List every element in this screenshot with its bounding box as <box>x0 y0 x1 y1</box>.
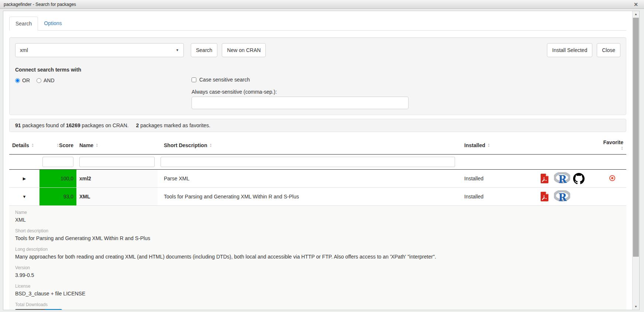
radio-or-label[interactable]: OR <box>22 77 30 83</box>
favorites-count: 2 <box>136 122 139 128</box>
scroll-down-icon[interactable]: ▼ <box>633 304 639 310</box>
column-header-short-description[interactable]: Short Description <box>158 136 458 155</box>
detail-label: Short description <box>15 228 620 234</box>
search-panel: xml ▼ Search New on CRAN Install Selecte… <box>9 37 626 115</box>
always-case-label: Always case-sensitive (comma-sep.): <box>192 89 620 95</box>
sort-icon <box>96 143 98 148</box>
table-row: ▶ 100,0 xml2 Parse XML Installed <box>9 170 626 188</box>
table-row: ▼ 93,0 XML Tools for Parsing and Generat… <box>9 188 626 206</box>
page: Search Options xml ▼ Search New on CRAN … <box>3 11 632 310</box>
sort-icon <box>488 143 490 148</box>
package-short-description: Parse XML <box>158 170 458 188</box>
column-header-name[interactable]: Name <box>76 136 158 155</box>
package-detail-row: Name XML Short description Tools for Par… <box>9 206 626 310</box>
detail-label: Long description <box>15 246 620 252</box>
case-sensitive-label[interactable]: Case sensitive search <box>199 77 250 83</box>
new-on-cran-button[interactable]: New on CRAN <box>222 43 266 57</box>
pdf-manual-icon[interactable] <box>541 174 548 183</box>
scrollbar-thumb[interactable] <box>633 18 639 257</box>
score-badge: 93,0 <box>39 188 76 205</box>
install-selected-button[interactable]: Install Selected <box>547 43 592 57</box>
installed-status: Installed <box>458 188 538 206</box>
close-icon[interactable]: ✕ <box>634 1 638 7</box>
score-badge: 100,0 <box>39 170 76 187</box>
title-bar: packagefinder - Search for packages ✕ <box>0 0 644 9</box>
filter-row <box>9 155 626 170</box>
close-button[interactable]: Close <box>597 43 620 57</box>
column-header-links <box>538 136 598 155</box>
column-header-favorite[interactable]: Favorite <box>598 136 626 155</box>
svg-text:R: R <box>558 174 567 185</box>
detail-label: Name <box>15 209 620 215</box>
header-row: Details Score Name Short Description Ins <box>9 136 626 155</box>
found-count: 91 <box>15 122 21 128</box>
detail-label: License <box>15 283 620 289</box>
radio-and[interactable] <box>37 78 41 83</box>
tab-options[interactable]: Options <box>38 17 68 31</box>
r-project-icon[interactable]: R <box>554 172 570 185</box>
detail-value: XML <box>15 216 620 223</box>
detail-value: 3.99-0.5 <box>15 271 620 279</box>
content-viewport: Search Options xml ▼ Search New on CRAN … <box>3 11 640 310</box>
detail-value: BSD_3_clause + file LICENSE <box>15 290 620 297</box>
detail-value: Tools for Parsing and Generating XML Wit… <box>15 235 620 242</box>
column-header-installed[interactable]: Installed <box>458 136 538 155</box>
connect-terms-group: Connect search terms with OR AND <box>15 67 192 109</box>
app-window: packagefinder - Search for packages ✕ Se… <box>0 0 644 312</box>
package-name: xml2 <box>76 170 158 188</box>
collapse-row-button[interactable]: ▼ <box>9 188 39 206</box>
installed-status: Installed <box>458 170 538 188</box>
connect-terms-label: Connect search terms with <box>15 67 192 73</box>
package-name: XML <box>76 188 158 206</box>
r-project-icon[interactable]: R <box>554 190 570 203</box>
total-count: 16269 <box>66 122 80 128</box>
scroll-up-icon[interactable]: ▲ <box>633 11 639 17</box>
tab-search[interactable]: Search <box>9 17 38 31</box>
vertical-scrollbar[interactable]: ▲ ▼ <box>632 11 639 310</box>
column-header-score[interactable]: Score <box>39 136 76 155</box>
sort-icon <box>209 143 212 148</box>
search-term-value: xml <box>20 47 28 53</box>
score-filter-input[interactable] <box>42 157 73 167</box>
downloads-badge[interactable]: downloads 9.3M <box>15 309 62 310</box>
tab-bar: Search Options <box>9 17 626 31</box>
pdf-manual-icon[interactable] <box>541 192 548 201</box>
results-table: Details Score Name Short Description Ins <box>9 136 626 310</box>
chevron-down-icon: ▼ <box>176 48 179 52</box>
short-description-filter-input[interactable] <box>161 157 455 167</box>
expand-row-button[interactable]: ▶ <box>9 170 39 188</box>
status-bar: 91 packages found of 16269 packages on C… <box>9 119 626 132</box>
svg-text:R: R <box>558 192 567 203</box>
detail-label: Total Downloads <box>15 302 620 308</box>
favorite-indicator[interactable] <box>609 175 615 181</box>
package-short-description: Tools for Parsing and Generating XML Wit… <box>158 188 458 206</box>
detail-label: Version <box>15 265 620 271</box>
radio-and-label[interactable]: AND <box>44 77 55 83</box>
radio-or[interactable] <box>15 78 20 83</box>
search-button[interactable]: Search <box>191 43 217 57</box>
case-sensitivity-group: Case sensitive search Always case-sensit… <box>192 67 620 109</box>
sort-icon <box>621 146 623 150</box>
name-filter-input[interactable] <box>79 157 155 167</box>
sort-icon <box>31 143 34 148</box>
github-icon[interactable] <box>573 173 585 184</box>
search-term-combobox[interactable]: xml ▼ <box>15 43 184 57</box>
column-header-details[interactable]: Details <box>9 136 39 155</box>
detail-value: Many approaches for both reading and cre… <box>15 253 620 260</box>
case-sensitive-checkbox[interactable] <box>192 77 196 82</box>
window-title: packagefinder - Search for packages <box>4 2 76 7</box>
always-case-input[interactable] <box>192 97 409 109</box>
